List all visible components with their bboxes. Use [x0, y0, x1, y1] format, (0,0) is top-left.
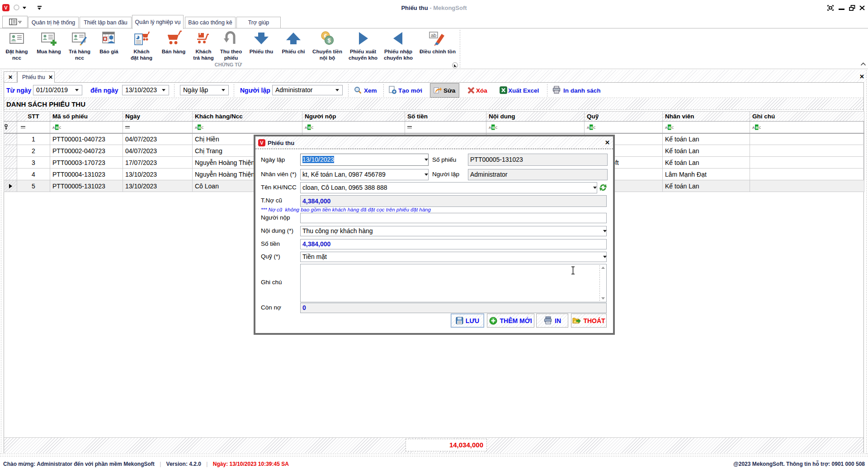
svg-text:B: B	[590, 125, 593, 129]
svg-text:ab: ab	[431, 33, 436, 38]
svg-text:C: C	[311, 125, 314, 129]
svg-text:B: B	[756, 125, 759, 129]
svg-text:B: B	[56, 125, 59, 129]
svg-text:$: $	[327, 37, 331, 44]
svg-text:B: B	[308, 125, 311, 129]
svg-text:A: A	[665, 125, 668, 129]
svg-text:B: B	[492, 125, 495, 129]
svg-text:B: B	[198, 125, 201, 129]
svg-text:C: C	[672, 125, 674, 129]
svg-text:C: C	[594, 125, 596, 129]
svg-text:C: C	[202, 125, 204, 129]
svg-text:B: B	[669, 125, 671, 129]
svg-text:A: A	[489, 125, 491, 129]
svg-text:A: A	[195, 125, 198, 129]
svg-text:A: A	[752, 125, 755, 129]
svg-text:C: C	[759, 125, 761, 129]
svg-text:A: A	[305, 125, 307, 129]
svg-text:A: A	[587, 125, 590, 129]
svg-text:C: C	[59, 125, 61, 129]
svg-text:A: A	[52, 125, 55, 129]
svg-text:C: C	[495, 125, 498, 129]
